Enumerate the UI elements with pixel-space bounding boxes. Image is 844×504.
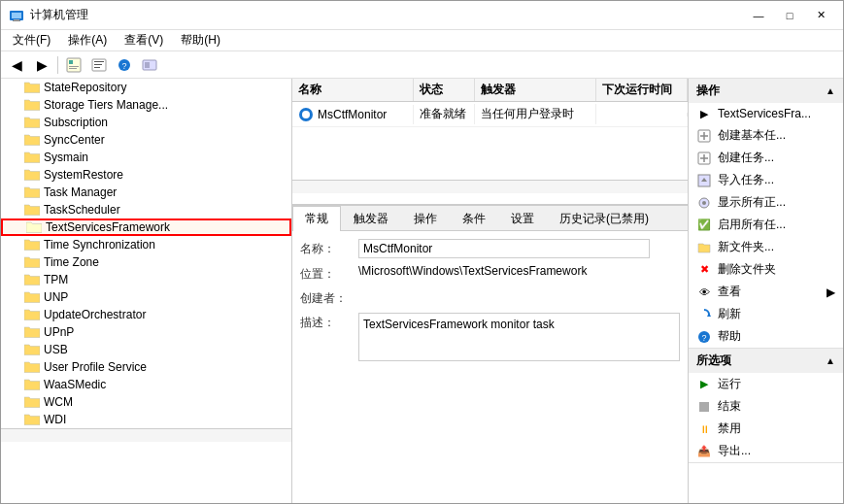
tab-condition[interactable]: 条件 — [450, 206, 498, 231]
folder-icon — [24, 343, 40, 356]
folder-icon — [24, 168, 40, 182]
tree-h-scrollbar[interactable] — [1, 428, 291, 442]
tree-item-1[interactable]: Storage Tiers Manage... — [1, 96, 291, 114]
tree-item-0[interactable]: StateRepository — [1, 79, 291, 96]
action-show-all[interactable]: 显示所有正... — [689, 191, 843, 214]
action-end[interactable]: 结束 — [689, 395, 843, 418]
task-row[interactable]: MsCtfMonitor 准备就绪 当任何用户登录时 — [292, 102, 688, 127]
menu-item-操作A[interactable]: 操作(A) — [60, 30, 115, 50]
menu-bar: 文件(F)操作(A)查看(V)帮助(H) — [1, 30, 843, 51]
prop-desc-textarea[interactable]: TextServicesFramework monitor task — [358, 313, 680, 361]
toolbar-btn-4[interactable] — [138, 54, 161, 76]
tree-item-2[interactable]: Subscription — [1, 114, 291, 131]
action-textservices[interactable]: ▶ TextServicesFra... — [689, 103, 843, 124]
main-window: 计算机管理 — □ ✕ 文件(F)操作(A)查看(V)帮助(H) ◀ ▶ ? S… — [0, 0, 844, 504]
action-view[interactable]: 👁 查看 ▶ — [689, 281, 843, 303]
folder-icon — [24, 290, 40, 304]
tree-item-14[interactable]: UPnP — [1, 323, 291, 341]
action-create-task[interactable]: 创建任务... — [689, 147, 843, 169]
table-h-scrollbar[interactable] — [292, 180, 688, 193]
tree-panel: StateRepositoryStorage Tiers Manage...Su… — [1, 79, 292, 503]
prop-content: 名称： 位置： \Microsoft\Windows\TextServicesF… — [292, 231, 688, 378]
svg-rect-10 — [94, 64, 102, 65]
folder-icon — [24, 133, 40, 147]
action-refresh[interactable]: 刷新 — [689, 303, 843, 325]
prop-name-label: 名称： — [300, 239, 358, 257]
action-export[interactable]: 📤 导出... — [689, 440, 843, 462]
action-new-folder[interactable]: 新文件夹... — [689, 236, 843, 258]
back-button[interactable]: ◀ — [5, 54, 28, 76]
tree-item-19[interactable]: WDI — [1, 411, 291, 428]
tree-item-12[interactable]: UNP — [1, 288, 291, 306]
folder-icon — [24, 325, 40, 339]
toolbar-btn-2[interactable] — [87, 54, 111, 76]
create-basic-icon — [696, 128, 712, 144]
tree-item-8[interactable]: TextServicesFramework — [1, 218, 291, 236]
folder-icon — [24, 238, 40, 252]
action-run[interactable]: ▶ 运行 — [689, 373, 843, 395]
tree-item-9[interactable]: Time Synchronization — [1, 236, 291, 253]
actions-collapse-2[interactable]: ▲ — [826, 355, 835, 366]
task-table-header: 名称 状态 触发器 下次运行时间 — [292, 79, 688, 102]
tree-item-7[interactable]: TaskScheduler — [1, 201, 291, 218]
maximize-button[interactable]: □ — [775, 6, 804, 25]
tree-item-label-8: TextServicesFramework — [46, 220, 170, 234]
tree-item-16[interactable]: User Profile Service — [1, 358, 291, 376]
menu-item-查看V[interactable]: 查看(V) — [117, 30, 171, 50]
action-delete-folder[interactable]: ✖ 删除文件夹 — [689, 258, 843, 281]
tab-action[interactable]: 操作 — [401, 206, 450, 231]
svg-rect-1 — [12, 13, 21, 18]
svg-rect-7 — [69, 68, 77, 69]
toolbar-btn-3[interactable]: ? — [113, 54, 136, 76]
minimize-button[interactable]: — — [744, 6, 773, 25]
close-button[interactable]: ✕ — [806, 6, 835, 25]
tree-item-11[interactable]: TPM — [1, 271, 291, 288]
folder-icon — [24, 360, 40, 374]
enable-all-icon: ✅ — [696, 218, 712, 233]
tab-trigger[interactable]: 触发器 — [341, 206, 401, 231]
tree-item-3[interactable]: SyncCenter — [1, 131, 291, 149]
action-enable-all[interactable]: ✅ 启用所有任... — [689, 214, 843, 236]
prop-name-input[interactable] — [358, 239, 650, 258]
folder-icon — [24, 378, 40, 391]
svg-rect-31 — [699, 402, 709, 412]
tree-item-4[interactable]: Sysmain — [1, 149, 291, 166]
action-help[interactable]: ? 帮助 — [689, 325, 843, 348]
tree-container: StateRepositoryStorage Tiers Manage...Su… — [1, 79, 291, 428]
tab-general[interactable]: 常规 — [292, 206, 341, 231]
prop-author-label: 创建者： — [300, 288, 358, 307]
tree-item-label-0: StateRepository — [44, 81, 126, 94]
action-create-basic[interactable]: 创建基本任... — [689, 124, 843, 147]
tree-item-label-14: UPnP — [44, 325, 74, 339]
tree-item-15[interactable]: USB — [1, 341, 291, 358]
prop-desc-label: 描述： — [300, 313, 358, 331]
new-folder-icon — [696, 240, 712, 255]
actions-title-2-text: 所选项 — [696, 353, 731, 369]
tree-item-13[interactable]: UpdateOrchestrator — [1, 306, 291, 323]
prop-location-label: 位置： — [300, 264, 358, 283]
tree-item-label-4: Sysmain — [44, 151, 88, 164]
menu-item-文件F[interactable]: 文件(F) — [5, 30, 58, 50]
action-end-label: 结束 — [718, 398, 741, 415]
menu-item-帮助H[interactable]: 帮助(H) — [173, 30, 228, 50]
tree-item-label-3: SyncCenter — [44, 133, 105, 147]
title-bar-buttons: — □ ✕ — [744, 6, 835, 25]
tree-item-label-16: User Profile Service — [44, 360, 147, 374]
action-run-label: 运行 — [718, 376, 741, 392]
tree-item-6[interactable]: Task Manager — [1, 184, 291, 201]
tab-settings[interactable]: 设置 — [498, 206, 547, 231]
action-refresh-label: 刷新 — [718, 306, 741, 322]
tree-item-5[interactable]: SystemRestore — [1, 166, 291, 184]
tree-item-10[interactable]: Time Zone — [1, 253, 291, 271]
tree-item-17[interactable]: WaaSMedic — [1, 376, 291, 393]
run-icon: ▶ — [696, 377, 712, 392]
folder-icon — [24, 273, 40, 286]
toolbar-separator-1 — [57, 56, 58, 74]
tree-item-18[interactable]: WCM — [1, 393, 291, 411]
action-disable[interactable]: ⏸ 禁用 — [689, 418, 843, 440]
actions-collapse-1[interactable]: ▲ — [826, 85, 835, 96]
tab-history[interactable]: 历史记录(已禁用) — [547, 206, 661, 231]
action-import[interactable]: 导入任务... — [689, 169, 843, 191]
forward-button[interactable]: ▶ — [30, 54, 53, 76]
toolbar-btn-1[interactable] — [62, 54, 85, 76]
